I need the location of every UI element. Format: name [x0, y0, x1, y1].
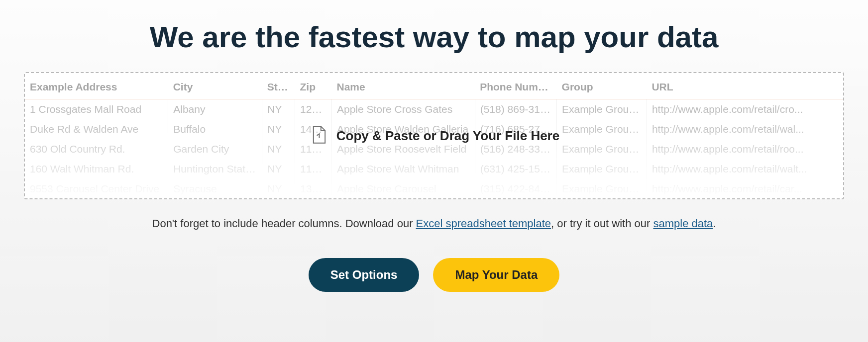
excel-template-link[interactable]: Excel spreadsheet template: [416, 217, 551, 230]
page-title: We are the fastest way to map your data: [24, 20, 844, 54]
table-cell: Example Group 3: [557, 139, 647, 159]
table-cell: http://www.apple.com/retail/roo...: [647, 139, 843, 159]
table-cell: 1 Crossgates Mall Road: [25, 99, 168, 120]
table-cell: 11746: [295, 159, 332, 179]
col-header-city: City: [168, 73, 262, 99]
helper-text: Don't forget to include header columns. …: [24, 217, 844, 230]
table-cell: NY: [262, 139, 295, 159]
table-cell: 160 Walt Whitman Rd.: [25, 159, 168, 179]
table-row: 160 Walt Whitman Rd.Huntington StationNY…: [25, 159, 843, 179]
sample-data-link[interactable]: sample data: [653, 217, 713, 230]
col-header-url: URL: [647, 73, 843, 99]
table-cell: Apple Store Walt Whitman: [331, 159, 475, 179]
dropzone-overlay: Copy & Paste or Drag Your File Here: [309, 125, 559, 147]
table-cell: Example Group 2: [557, 179, 647, 198]
table-cell: Example Group 1: [557, 99, 647, 120]
file-dropzone[interactable]: Example Address City State Zip Name Phon…: [24, 72, 844, 199]
table-cell: NY: [262, 179, 295, 198]
table-cell: http://www.apple.com/retail/walt...: [647, 159, 843, 179]
table-cell: 630 Old Country Rd.: [25, 139, 168, 159]
table-row: 9553 Carousel Center DriveSyracuseNY1329…: [25, 179, 843, 198]
table-cell: Example Group 2: [557, 119, 647, 139]
col-header-phone: Phone Number: [475, 73, 556, 99]
table-cell: Syracuse: [168, 179, 262, 198]
map-your-data-button[interactable]: Map Your Data: [433, 258, 559, 292]
table-cell: NY: [262, 159, 295, 179]
table-cell: Albany: [168, 99, 262, 120]
col-header-address: Example Address: [25, 73, 168, 99]
table-cell: 12203: [295, 99, 332, 120]
helper-mid: , or try it out with our: [551, 217, 653, 230]
table-cell: 9553 Carousel Center Drive: [25, 179, 168, 198]
table-cell: Example Group 3: [557, 159, 647, 179]
table-cell: Apple Store Carousel: [331, 179, 475, 198]
col-header-name: Name: [331, 73, 475, 99]
file-icon: [309, 125, 328, 147]
table-cell: 13290: [295, 179, 332, 198]
dropzone-overlay-text: Copy & Paste or Drag Your File Here: [336, 128, 559, 144]
table-cell: Apple Store Cross Gates: [331, 99, 475, 120]
table-cell: NY: [262, 119, 295, 139]
helper-suffix: .: [713, 217, 716, 230]
table-cell: Huntington Station: [168, 159, 262, 179]
table-row: 1 Crossgates Mall RoadAlbanyNY12203Apple…: [25, 99, 843, 120]
table-cell: http://www.apple.com/retail/car...: [647, 179, 843, 198]
set-options-button[interactable]: Set Options: [309, 258, 420, 292]
button-row: Set Options Map Your Data: [24, 258, 844, 292]
col-header-zip: Zip: [295, 73, 332, 99]
table-cell: (315) 422-8484: [475, 179, 556, 198]
table-cell: http://www.apple.com/retail/cro...: [647, 99, 843, 120]
table-cell: NY: [262, 99, 295, 120]
table-cell: http://www.apple.com/retail/wal...: [647, 119, 843, 139]
col-header-state: State: [262, 73, 295, 99]
helper-prefix: Don't forget to include header columns. …: [152, 217, 416, 230]
table-cell: Buffalo: [168, 119, 262, 139]
table-cell: (518) 869-3192: [475, 99, 556, 120]
table-cell: Duke Rd & Walden Ave: [25, 119, 168, 139]
col-header-group: Group: [557, 73, 647, 99]
table-cell: Garden City: [168, 139, 262, 159]
table-cell: (631) 425-1563: [475, 159, 556, 179]
